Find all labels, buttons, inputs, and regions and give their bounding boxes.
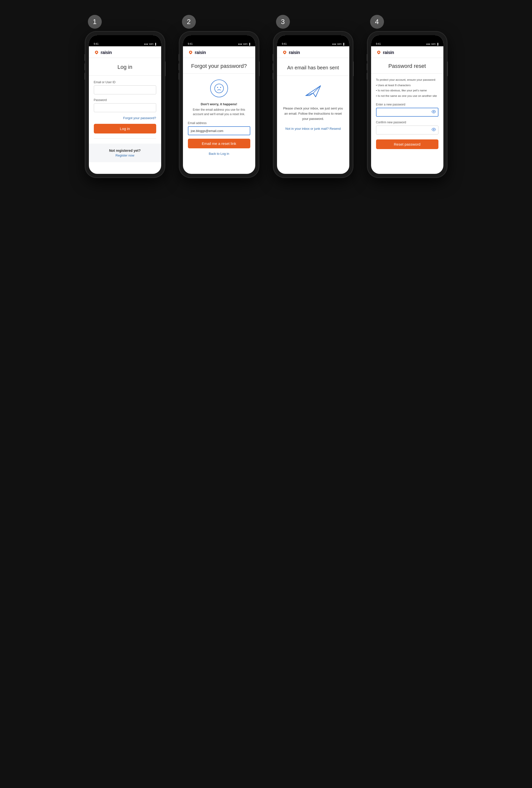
email-sent-body: Please check your inbox, we just sent yo… (277, 76, 349, 138)
phone-3: 9:41 ●●● WiFi ▐ raisin (273, 32, 353, 177)
status-time-3: 9:41 (282, 43, 287, 45)
step-number-4: 4 (370, 15, 384, 29)
screen-1-wrapper: 1 9:41 ●●● WiFi ▐ (85, 15, 165, 177)
notch-4 (395, 35, 420, 40)
email-sent-screen: An email has been sent Please check your… (277, 58, 349, 138)
battery-icon-4: ▐ (437, 43, 438, 45)
raisin-logo-icon-4 (376, 50, 382, 55)
back-to-login-link[interactable]: Back to Log in (188, 152, 250, 156)
login-screen: Log in Email or User ID Password Forgot … (89, 58, 161, 162)
status-icons-3: ●●● WiFi ▐ (332, 43, 344, 45)
password-input[interactable] (94, 103, 156, 112)
register-link[interactable]: Register now (116, 154, 135, 157)
notch-bar-3 (277, 35, 349, 42)
confirm-password-input[interactable] (376, 125, 438, 135)
email-label: Email or User ID (94, 80, 156, 84)
signal-icon-3: ●●● (332, 43, 336, 45)
phone-4-inner: 9:41 ●●● WiFi ▐ raisin (371, 35, 443, 174)
reset-screen: Password reset To protect your account, … (371, 58, 443, 153)
status-bar-2: 9:41 ●●● WiFi ▐ (183, 42, 255, 46)
status-time-1: 9:41 (94, 43, 99, 45)
sad-face-icon (210, 79, 228, 97)
status-icons-1: ●●● WiFi ▐ (144, 43, 156, 45)
notch-2 (207, 35, 231, 40)
step-number-3: 3 (276, 15, 290, 29)
status-time-2: 9:41 (188, 43, 192, 45)
status-bar-4: 9:41 ●●● WiFi ▐ (371, 42, 443, 46)
raisin-logo-2: raisin (188, 50, 206, 55)
raisin-logo-4: raisin (376, 50, 394, 55)
email-reset-button[interactable]: Email me a reset link (188, 139, 250, 148)
svg-point-3 (217, 87, 218, 88)
logo-text-1: raisin (101, 50, 112, 55)
svg-point-1 (190, 52, 191, 53)
forgot-body: Don't worry, it happens! Enter the email… (183, 74, 255, 161)
svg-line-7 (313, 86, 321, 93)
wifi-icon-4: WiFi (431, 43, 436, 45)
login-button[interactable]: Log in (94, 124, 156, 134)
phone-2-inner: 9:41 ●●● WiFi ▐ raisin (183, 35, 255, 174)
svg-point-2 (214, 84, 224, 93)
svg-point-4 (220, 87, 221, 88)
svg-point-10 (433, 111, 434, 113)
show-password-icon-1[interactable] (431, 110, 436, 114)
svg-marker-6 (306, 86, 321, 97)
forgot-email-input[interactable] (188, 126, 250, 135)
app-header-3: raisin (277, 46, 349, 58)
dont-worry-text: Don't worry, it happens! (188, 102, 250, 106)
battery-icon-3: ▐ (343, 43, 344, 45)
status-icons-2: ●●● WiFi ▐ (238, 43, 250, 45)
notch-3 (301, 35, 326, 40)
screen-2-wrapper: 2 9:41 ●●● WiFi ▐ (180, 15, 259, 177)
password-group: Password (94, 98, 156, 112)
status-bar-3: 9:41 ●●● WiFi ▐ (277, 42, 349, 46)
step-number-1: 1 (88, 15, 102, 29)
login-title: Log in (89, 58, 161, 76)
signal-icon-2: ●●● (238, 43, 242, 45)
paper-plane-icon (305, 83, 322, 98)
show-password-icon-2[interactable] (431, 128, 436, 132)
forgot-password-link[interactable]: Forgot your password? (94, 116, 156, 120)
new-password-input[interactable] (376, 108, 438, 117)
sad-face-svg (214, 83, 224, 93)
signal-icon-4: ●●● (426, 43, 430, 45)
svg-point-0 (96, 52, 97, 53)
email-input[interactable] (94, 85, 156, 94)
screen-3-wrapper: 3 9:41 ●●● WiFi ▐ (273, 15, 353, 177)
notch-bar-2 (183, 35, 255, 42)
step-number-2: 2 (182, 15, 196, 29)
phone-2: 9:41 ●●● WiFi ▐ raisin (180, 32, 259, 177)
wifi-icon-2: WiFi (243, 43, 248, 45)
rules-intro: To protect your account, ensure your pas… (376, 78, 438, 82)
reset-body: To protect your account, ensure your pas… (371, 74, 443, 153)
email-sent-title: An email has been sent (277, 58, 349, 76)
forgot-description: Enter the email address you use for this… (188, 107, 250, 116)
logo-text-3: raisin (289, 50, 300, 55)
email-group: Email or User ID (94, 80, 156, 94)
svg-point-5 (284, 52, 285, 53)
battery-icon-2: ▐ (248, 43, 250, 45)
notch-bar-4 (371, 35, 443, 42)
signal-icon-1: ●●● (144, 43, 148, 45)
raisin-logo-icon-1 (94, 50, 99, 55)
status-icons-4: ●●● WiFi ▐ (426, 43, 438, 45)
notch-1 (112, 35, 137, 40)
password-label: Password (94, 98, 156, 102)
login-form: Email or User ID Password Forgot your pa… (89, 76, 161, 144)
rule-3: • Is not the same as one you use on anot… (376, 94, 438, 99)
reset-title: Password reset (371, 58, 443, 74)
forgot-message: Don't worry, it happens! Enter the email… (188, 102, 250, 116)
svg-point-9 (378, 52, 380, 53)
status-bar-1: 9:41 ●●● WiFi ▐ (89, 42, 161, 46)
logo-text-4: raisin (383, 50, 394, 55)
notch-bar-1 (89, 35, 161, 42)
reset-password-button[interactable]: Reset password (376, 139, 438, 149)
resend-link[interactable]: Not in your inbox or junk mail? Resend (285, 127, 341, 131)
phone-3-inner: 9:41 ●●● WiFi ▐ raisin (277, 35, 349, 174)
not-registered-text: Not registered yet? (94, 149, 156, 153)
svg-point-11 (433, 129, 434, 130)
forgot-email-label: Email address (188, 121, 250, 125)
raisin-logo-icon-2 (188, 50, 193, 55)
forgot-title: Forgot your password? (183, 58, 255, 74)
app-header-1: raisin (89, 46, 161, 58)
